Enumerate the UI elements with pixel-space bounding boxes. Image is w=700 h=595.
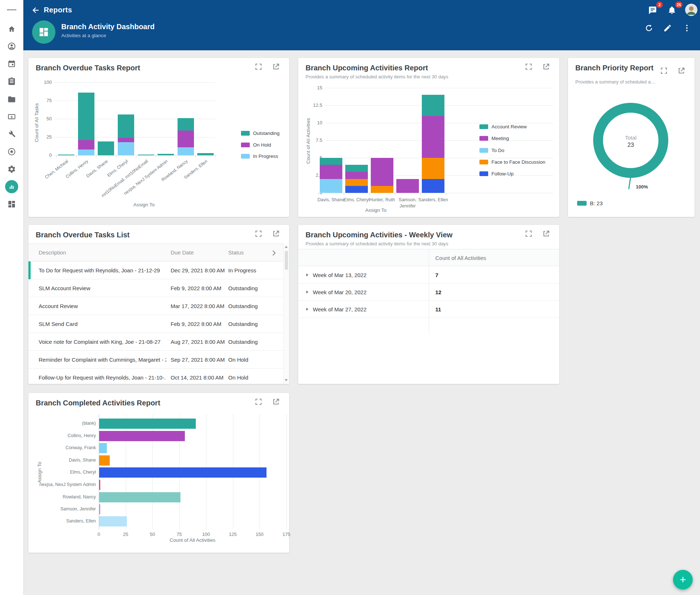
table-row[interactable]: Voice note for Complaint with King, Joe …	[28, 333, 283, 351]
cell-due-date: Mar 17, 2022 8:00 AM	[171, 297, 225, 315]
edit-icon[interactable]	[661, 22, 674, 35]
expand-triangle-icon[interactable]	[306, 291, 308, 293]
card-upcoming-activities-report: Branch Upcoming Activities Report Provid…	[298, 58, 559, 217]
add-button[interactable]: +	[673, 570, 693, 590]
dashboard-title: Branch Activity Dashboard	[61, 23, 155, 31]
expand-icon[interactable]	[525, 230, 533, 238]
open-in-new-icon[interactable]	[272, 230, 280, 238]
card-title: Branch Priority Report	[575, 64, 653, 72]
avatar[interactable]	[685, 4, 697, 16]
cell-status: In Progress	[228, 261, 272, 279]
bar-segment	[422, 179, 444, 193]
scroll-up-icon[interactable]	[285, 246, 288, 248]
table-row[interactable]: Reminder for Complaint with Cummings, Ma…	[28, 351, 283, 369]
x-tick-mark	[156, 155, 156, 158]
calendar-icon[interactable]	[7, 59, 16, 69]
open-in-new-icon[interactable]	[272, 398, 280, 406]
x-tick-mark	[116, 155, 116, 158]
table-row[interactable]: Account ReviewMar 17, 2022 8:00 AMOutsta…	[28, 297, 283, 315]
y-category-label: Conway, Frank	[34, 445, 96, 450]
y-tick-label: 100	[36, 79, 52, 85]
expand-triangle-icon[interactable]	[306, 273, 308, 276]
profile-icon[interactable]	[7, 42, 16, 51]
x-tick-mark	[369, 193, 370, 195]
bar-segment	[178, 118, 194, 131]
bar-segment	[345, 179, 368, 186]
table-row[interactable]: Follow-Up for Request with Reynolds, Joa…	[28, 369, 283, 384]
cell-due-date: Sep 27, 2021 8:00 AM	[171, 351, 225, 369]
documents-icon[interactable]	[7, 94, 16, 104]
legend-swatch	[241, 143, 250, 147]
expand-icon[interactable]	[525, 63, 533, 71]
expand-icon[interactable]	[660, 67, 668, 75]
favorites-icon[interactable]	[7, 147, 16, 156]
bar	[99, 504, 100, 514]
open-in-new-icon[interactable]	[542, 230, 550, 238]
column-header-due-date[interactable]: Due Date	[171, 244, 194, 261]
y-tick-label: 7.5	[305, 137, 322, 143]
dashboard-icon[interactable]	[7, 199, 16, 209]
reports-icon-active[interactable]	[5, 180, 18, 193]
more-options-icon[interactable]	[680, 22, 693, 35]
dashboard-subtitle: Activities at a glance	[61, 33, 106, 38]
column-header-description[interactable]: Description	[39, 244, 66, 261]
x-tick-mark	[395, 193, 395, 195]
x-tick-mark	[176, 155, 176, 158]
bar-segment	[320, 165, 342, 179]
cell-status: Outstanding	[228, 333, 272, 351]
back-arrow-icon[interactable]	[29, 4, 42, 17]
cell-description: SLM Account Review	[39, 279, 166, 297]
dashboard-report-icon	[32, 20, 55, 44]
table-row[interactable]: Week of Mar 27, 202211	[298, 301, 559, 318]
table-row[interactable]: Week of Mar 13, 20227	[298, 267, 559, 284]
card-title: Branch Overdue Tasks List	[36, 231, 130, 239]
column-header-status[interactable]: Status	[228, 244, 244, 261]
bar-segment	[396, 179, 419, 193]
selected-row-indicator	[28, 261, 31, 279]
y-tick-label: 15	[305, 85, 322, 90]
expand-triangle-icon[interactable]	[306, 308, 308, 311]
x-axis-title: Assign To	[108, 202, 180, 207]
bar-segment	[422, 95, 444, 116]
chevron-right-icon[interactable]	[270, 249, 277, 256]
cell-description: Voice note for Complaint with King, Joe …	[39, 333, 166, 351]
card-upcoming-weekly-view: Branch Upcoming Activities - Weekly View…	[298, 225, 559, 384]
expand-icon[interactable]	[254, 230, 262, 238]
card-overdue-tasks-list: Branch Overdue Tasks List Description Du…	[28, 225, 289, 384]
scrollbar-thumb[interactable]	[285, 251, 288, 270]
tools-icon[interactable]	[7, 129, 16, 139]
expand-icon[interactable]	[254, 63, 262, 71]
gridline	[325, 88, 553, 88]
card-overdue-tasks-report: Branch Overdue Tasks Report Count of All…	[28, 58, 289, 217]
bar-segment	[197, 153, 214, 155]
billing-icon[interactable]: $	[7, 112, 16, 121]
y-category-label: Davis, Shane	[34, 458, 96, 463]
x-tick-label: 0	[92, 532, 106, 537]
table-row[interactable]: Week of Mar 20, 202212	[298, 284, 559, 301]
open-in-new-icon[interactable]	[677, 67, 685, 75]
expand-icon[interactable]	[254, 398, 262, 406]
table-row[interactable]: To Do for Request with Reynolds, Joan - …	[28, 261, 283, 279]
refresh-icon[interactable]	[642, 22, 656, 35]
settings-icon[interactable]	[7, 164, 16, 174]
menu-icon[interactable]	[7, 5, 16, 15]
sidebar: $	[0, 0, 23, 595]
scroll-down-icon[interactable]	[285, 379, 288, 381]
legend-swatch	[577, 201, 587, 206]
scrollbar[interactable]	[283, 244, 289, 384]
tasks-icon[interactable]	[7, 77, 16, 86]
table-row[interactable]: SLM Send CardFeb 9, 2022 8:00 AMOutstand…	[28, 315, 283, 333]
cell-due-date: Dec 29, 2021 8:00 AM	[171, 261, 225, 279]
card-subtitle: Provides a summary of scheduled activity…	[575, 79, 656, 85]
open-in-new-icon[interactable]	[542, 63, 550, 71]
bar	[99, 480, 100, 490]
column-header-count[interactable]: Count of All Activities	[435, 249, 486, 267]
svg-text:$: $	[11, 115, 13, 119]
card-subtitle: Provides a summary of scheduled activity…	[306, 241, 448, 246]
x-tick-label: 150	[252, 532, 267, 537]
bar-segment	[178, 131, 194, 147]
home-icon[interactable]	[7, 24, 16, 34]
table-row[interactable]: SLM Account ReviewFeb 9, 2022 8:00 AMOut…	[28, 279, 283, 297]
open-in-new-icon[interactable]	[272, 63, 280, 71]
x-tick-mark	[344, 193, 344, 195]
